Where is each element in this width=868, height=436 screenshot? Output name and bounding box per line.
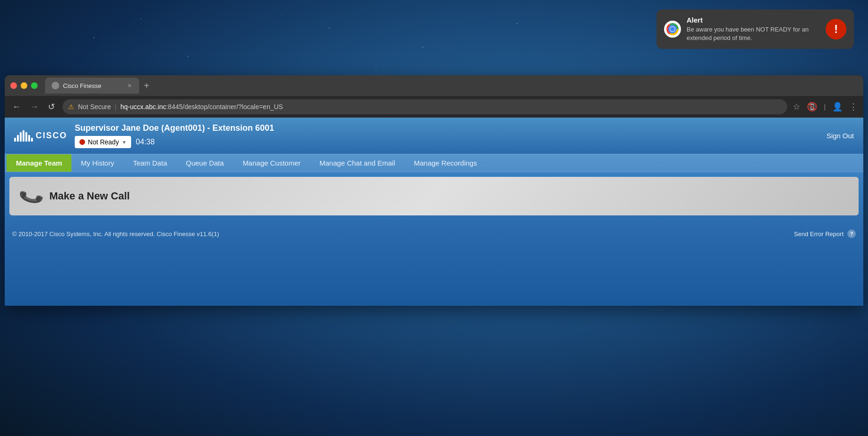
nav-refresh-button[interactable]: ↺ — [46, 100, 57, 114]
cisco-bar-5 — [25, 132, 27, 142]
tab-title: Cisco Finesse — [63, 82, 123, 89]
alert-body: Be aware you have been NOT READY for an … — [687, 25, 820, 42]
finesse-header-info: Supervisor Jane Doe (Agent001) - Extensi… — [75, 123, 274, 148]
phone-icon: 📞 — [17, 182, 46, 210]
make-call-label: Make a New Call — [49, 190, 130, 202]
address-bar[interactable]: ⚠ Not Secure | hq-uccx.abc.inc:8445/desk… — [63, 99, 787, 114]
cisco-logo: CISCO — [14, 130, 67, 142]
status-dot-icon — [79, 139, 85, 145]
bookmark-icon[interactable]: ☆ — [793, 102, 800, 112]
finesse-app: CISCO Supervisor Jane Doe (Agent001) - E… — [5, 118, 863, 306]
finesse-tabs: Manage Team My History Team Data Queue D… — [5, 154, 863, 172]
cisco-bar-7 — [31, 138, 33, 142]
browser-addressbar: ← → ↺ ⚠ Not Secure | hq-uccx.abc.inc:844… — [5, 96, 863, 118]
status-dropdown-button[interactable]: Not Ready ▼ — [75, 136, 131, 148]
cisco-bar-1 — [14, 138, 16, 142]
finesse-header: CISCO Supervisor Jane Doe (Agent001) - E… — [5, 118, 863, 154]
window-controls — [10, 82, 38, 89]
cisco-logo-bars — [14, 130, 33, 142]
browser-window: Cisco Finesse × + ← → ↺ ⚠ Not Secure | h… — [5, 75, 863, 306]
desktop: Alert Be aware you have been NOT READY f… — [0, 0, 868, 436]
help-icon[interactable]: ? — [847, 230, 856, 238]
alert-warning-icon: ! — [826, 19, 846, 40]
active-tab[interactable]: Cisco Finesse × — [45, 78, 139, 94]
address-security-label: Not Secure — [78, 103, 111, 111]
nav-forward-button[interactable]: → — [28, 100, 40, 114]
agent-name: Supervisor Jane Doe (Agent001) - Extensi… — [75, 123, 274, 133]
alert-text: Alert Be aware you have been NOT READY f… — [687, 16, 820, 42]
send-error-report-link[interactable]: Send Error Report — [794, 230, 844, 238]
chrome-icon — [664, 21, 681, 38]
finesse-footer: © 2010-2017 Cisco Systems, Inc. All righ… — [5, 225, 863, 243]
menu-icon[interactable]: ⋮ — [849, 102, 858, 112]
browser-toolbar-right: ☆ 📵 | 👤 ⋮ — [793, 102, 858, 112]
window-minimize-button[interactable] — [21, 82, 27, 89]
tab-close-button[interactable]: × — [127, 81, 133, 90]
browser-titlebar: Cisco Finesse × + — [5, 75, 863, 96]
tab-queue-data[interactable]: Queue Data — [176, 154, 233, 172]
tab-my-history[interactable]: My History — [71, 154, 124, 172]
status-chevron-icon: ▼ — [122, 140, 126, 145]
address-path: :8445/desktop/container/?locale=en_US — [166, 103, 283, 111]
tab-bar: Cisco Finesse × + — [45, 78, 858, 94]
cisco-bar-2 — [17, 135, 19, 142]
profile-icon[interactable]: 👤 — [832, 102, 843, 112]
cisco-bar-3 — [20, 132, 22, 142]
cisco-bar-4 — [23, 130, 24, 142]
tab-manage-chat-email[interactable]: Manage Chat and Email — [310, 154, 405, 172]
window-maximize-button[interactable] — [31, 82, 38, 89]
alert-notification: Alert Be aware you have been NOT READY f… — [657, 9, 854, 49]
phone-error-icon[interactable]: 📵 — [807, 102, 817, 112]
tab-favicon-icon — [52, 82, 59, 89]
cisco-bar-6 — [28, 135, 30, 142]
window-close-button[interactable] — [10, 82, 17, 89]
tab-manage-customer[interactable]: Manage Customer — [233, 154, 310, 172]
address-url: hq-uccx.abc.inc:8445/desktop/container/?… — [120, 103, 283, 111]
status-timer: 04:38 — [136, 138, 155, 146]
cisco-logo-text: CISCO — [36, 131, 67, 141]
nav-back-button[interactable]: ← — [10, 100, 23, 114]
alert-title: Alert — [687, 16, 820, 24]
footer-right: Send Error Report ? — [794, 230, 856, 238]
status-label: Not Ready — [88, 138, 119, 146]
footer-copyright: © 2010-2017 Cisco Systems, Inc. All righ… — [12, 230, 219, 238]
new-tab-button[interactable]: + — [141, 79, 152, 92]
sign-out-button[interactable]: Sign Out — [827, 132, 854, 140]
finesse-header-left: CISCO Supervisor Jane Doe (Agent001) - E… — [14, 123, 274, 148]
status-row: Not Ready ▼ 04:38 — [75, 136, 274, 148]
security-warning-icon: ⚠ — [68, 103, 74, 111]
finesse-content: 📞 Make a New Call — [5, 172, 863, 225]
svg-point-6 — [670, 27, 675, 32]
tab-team-data[interactable]: Team Data — [124, 154, 177, 172]
make-call-card[interactable]: 📞 Make a New Call — [9, 177, 859, 215]
address-domain: hq-uccx.abc.inc — [120, 103, 166, 111]
tab-manage-recordings[interactable]: Manage Recordings — [405, 154, 486, 172]
tab-manage-team[interactable]: Manage Team — [7, 154, 71, 172]
